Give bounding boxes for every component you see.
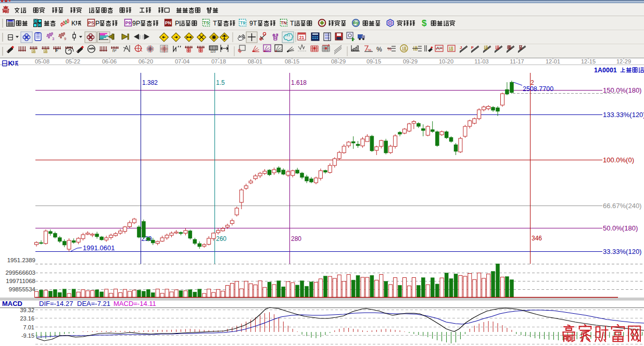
svg-text:33.33%(120): 33.33%(120) bbox=[603, 248, 641, 255]
svg-text:J: J bbox=[460, 45, 462, 50]
svg-text:1951.2389: 1951.2389 bbox=[7, 257, 35, 263]
svg-text:Big: Big bbox=[353, 21, 359, 25]
svg-text:99855534: 99855534 bbox=[9, 286, 36, 292]
svg-text:PN: PN bbox=[165, 20, 171, 25]
svg-text:MACD: MACD bbox=[2, 300, 22, 307]
svg-text:1.5: 1.5 bbox=[216, 79, 225, 86]
svg-text:DEA=-7.21: DEA=-7.21 bbox=[77, 300, 110, 307]
svg-text:P9: P9 bbox=[125, 20, 131, 25]
svg-text:346: 346 bbox=[532, 235, 542, 242]
svg-text:1.618: 1.618 bbox=[291, 79, 307, 86]
svg-text:T: T bbox=[213, 20, 217, 27]
svg-text:P: P bbox=[175, 20, 179, 27]
svg-text:39.32: 39.32 bbox=[20, 307, 34, 313]
svg-text:T: T bbox=[290, 20, 294, 27]
svg-text:MACD=-14.11: MACD=-14.11 bbox=[113, 300, 156, 307]
svg-text:21: 21 bbox=[299, 35, 305, 40]
svg-text:133.33%(120): 133.33%(120) bbox=[603, 111, 644, 119]
svg-text:100.0%(0): 100.0%(0) bbox=[603, 156, 634, 164]
svg-text:199711068: 199711068 bbox=[6, 278, 35, 284]
svg-text:260: 260 bbox=[216, 235, 226, 242]
svg-text:DIF=-14.27: DIF=-14.27 bbox=[39, 300, 73, 307]
svg-text:K: K bbox=[8, 59, 14, 67]
svg-text:1A0001: 1A0001 bbox=[594, 67, 617, 74]
svg-text:66.67%(240): 66.67%(240) bbox=[603, 202, 641, 210]
svg-text:2508.7700: 2508.7700 bbox=[523, 85, 553, 93]
svg-text:1991.0601: 1991.0601 bbox=[83, 244, 115, 252]
svg-text:%: % bbox=[368, 48, 371, 53]
svg-text:n²: n² bbox=[112, 48, 117, 53]
svg-text:50.0%(180): 50.0%(180) bbox=[603, 224, 638, 232]
svg-text:1.382: 1.382 bbox=[142, 79, 158, 86]
svg-text:T9: T9 bbox=[240, 20, 245, 25]
svg-text:-9.15: -9.15 bbox=[21, 332, 34, 339]
svg-text:%: % bbox=[376, 46, 382, 53]
svg-text:9P: 9P bbox=[132, 20, 140, 27]
svg-text:K: K bbox=[71, 20, 76, 27]
svg-text:280: 280 bbox=[291, 235, 301, 242]
svg-text:TS: TS bbox=[204, 20, 209, 25]
svg-text:299566603: 299566603 bbox=[5, 270, 35, 276]
svg-text:F: F bbox=[471, 45, 474, 50]
svg-text:TN: TN bbox=[281, 20, 286, 25]
svg-text:$: $ bbox=[422, 18, 427, 28]
svg-text:150.0%(180): 150.0%(180) bbox=[603, 86, 641, 94]
svg-text:9T: 9T bbox=[249, 20, 257, 27]
svg-text:F: F bbox=[55, 48, 58, 53]
svg-text:P: P bbox=[95, 20, 99, 27]
svg-text:123: 123 bbox=[210, 50, 216, 53]
svg-text:PS: PS bbox=[88, 20, 94, 25]
svg-text:%: % bbox=[387, 46, 392, 52]
svg-text:7.01: 7.01 bbox=[23, 324, 34, 330]
svg-text:9: 9 bbox=[64, 36, 66, 41]
svg-text:23.16: 23.16 bbox=[20, 315, 34, 322]
svg-text:3: 3 bbox=[52, 36, 54, 41]
